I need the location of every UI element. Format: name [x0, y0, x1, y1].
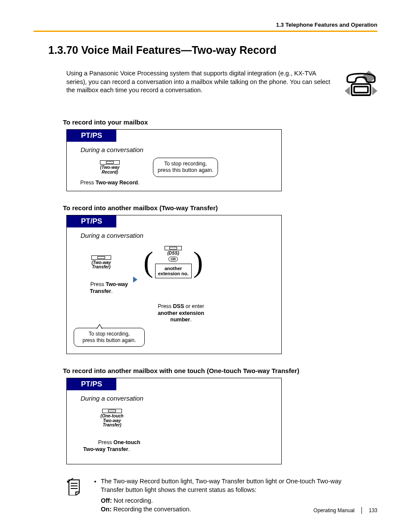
caption: Press Two-way Transfer.	[75, 275, 127, 302]
header-breadcrumb: 1.3 Telephone Features and Operation	[34, 22, 377, 32]
left-paren-icon: (	[143, 250, 153, 274]
section1-diagram: PT/PS During a conversation (Two-way Rec…	[66, 129, 282, 191]
on-text: Recording the conversation.	[112, 506, 191, 513]
phone-x-icon	[344, 69, 377, 101]
button-label: (Two-way Record)	[75, 165, 144, 174]
dss-label: (DSS)	[155, 251, 192, 255]
footer-page-number: 133	[369, 507, 377, 513]
ptps-tab: PT/PS	[67, 130, 116, 142]
stop-note: To stop recording, press this button aga…	[153, 158, 218, 177]
caption: Press One-touch Two-way Transfer.	[75, 433, 149, 460]
off-text: Not recording.	[112, 497, 153, 504]
note-bullet: The Two-way Record button light, Two-way…	[101, 477, 364, 494]
button-label: (One-touch Two-way Transfer)	[75, 414, 149, 428]
section2-diagram: PT/PS During a conversation (Two-way Tra…	[66, 215, 282, 354]
two-way-transfer-button-icon	[91, 255, 111, 260]
note-icon	[66, 477, 84, 497]
page-title: 1.3.70 Voice Mail Features—Two-way Recor…	[34, 44, 377, 56]
on-label: On:	[101, 506, 112, 513]
svg-rect-1	[354, 87, 368, 93]
one-touch-button-icon	[102, 409, 122, 413]
svg-point-7	[67, 481, 68, 482]
context-label: During a conversation	[67, 390, 281, 409]
arrow-right-icon	[133, 277, 137, 283]
caption: Press Two-way Record.	[75, 180, 144, 187]
intro-paragraph: Using a Panasonic Voice Processing syste…	[66, 69, 335, 95]
context-label: During a conversation	[67, 227, 281, 246]
another-ext-box: another extension no.	[155, 264, 192, 278]
ptps-tab: PT/PS	[67, 215, 116, 227]
section2-heading: To record into another mailbox (Two-way …	[34, 204, 377, 212]
section1-heading: To record into your mailbox	[34, 118, 377, 126]
dss-button-icon	[165, 246, 182, 250]
off-label: Off:	[101, 497, 112, 504]
footer-manual: Operating Manual	[314, 507, 355, 513]
section3-heading: To record into another mailbox with one …	[34, 367, 377, 374]
caption-dss: Press DSS or enter another extension num…	[149, 303, 213, 324]
ptps-tab: PT/PS	[67, 378, 116, 390]
right-paren-icon: )	[193, 250, 203, 274]
section3-diagram: PT/PS During a conversation (One-touch T…	[66, 378, 282, 464]
page-footer: Operating Manual 133	[314, 507, 377, 514]
or-label: OR	[168, 257, 178, 261]
button-label: (Two-way Transfer)	[75, 261, 127, 270]
two-way-record-button-icon	[100, 160, 120, 165]
stop-callout: To stop recording, press this button aga…	[74, 328, 145, 347]
